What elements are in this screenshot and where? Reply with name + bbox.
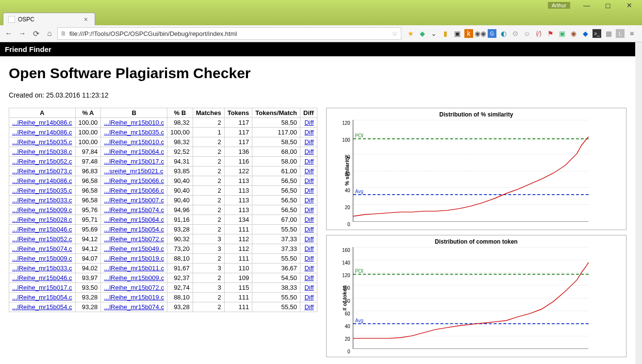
file-link[interactable]: ...lReihe_mr15b066.c	[104, 187, 164, 194]
file-link[interactable]: ...lReihe_mr15b010.c	[104, 138, 164, 146]
file-link[interactable]: ...lReihe_mr15b017.c	[12, 284, 72, 291]
diff-link[interactable]: Diff	[304, 148, 313, 155]
diff-link[interactable]: Diff	[304, 284, 313, 291]
diff-link[interactable]: Diff	[304, 187, 313, 194]
ext-icon[interactable]: ⚑	[546, 29, 555, 38]
diff-link[interactable]: Diff	[304, 226, 313, 233]
file-link[interactable]: ...lReihe_mr14b086.c	[12, 177, 72, 184]
file-link[interactable]: ...lReihe_mr15b007.c	[104, 197, 164, 204]
cell-matches: 2	[193, 166, 224, 176]
file-link[interactable]: ...lReihe_mr15b054.c	[12, 294, 72, 301]
file-link[interactable]: ...lReihe_mr15b066.c	[104, 177, 164, 184]
file-link[interactable]: ...lReihe_mr15b064.c	[104, 216, 164, 223]
ext-icon[interactable]: ◉	[569, 29, 578, 38]
ext-icon[interactable]: ▣	[558, 29, 566, 38]
diff-link[interactable]: Diff	[304, 245, 313, 252]
nav-forward-button[interactable]: →	[16, 28, 28, 39]
file-link[interactable]: ...lReihe_mr15b054.c	[12, 303, 72, 311]
file-link[interactable]: ...lReihe_mr15b046.c	[12, 274, 72, 281]
file-link[interactable]: ...lReihe_mr15b019.c	[104, 255, 164, 262]
file-link[interactable]: ...lReihe_mr15b011.c	[104, 265, 164, 272]
diff-link[interactable]: Diff	[304, 303, 313, 311]
diff-link[interactable]: Diff	[304, 158, 313, 165]
diff-link[interactable]: Diff	[304, 294, 313, 301]
file-link[interactable]: ...lReihe_mr15b019.c	[104, 294, 164, 301]
file-link[interactable]: ...lReihe_mr15b009.c	[12, 255, 72, 262]
file-link[interactable]: ...lReihe_mr15b072.c	[104, 284, 164, 291]
ext-icon[interactable]: k	[464, 29, 473, 38]
file-link[interactable]: ...lReihe_mr14b086.c	[12, 129, 72, 136]
nav-home-button[interactable]: ⌂	[44, 28, 55, 39]
ext-icon[interactable]: ⌄	[429, 29, 438, 38]
file-link[interactable]: ...lReihe_mr15b073.c	[12, 167, 72, 175]
file-link[interactable]: ...lReihe_mr15b033.c	[12, 197, 72, 204]
diff-link[interactable]: Diff	[304, 167, 313, 175]
file-link[interactable]: ...lReihe_mr15b074.c	[104, 206, 164, 214]
file-link[interactable]: ...lReihe_mr15b009.c	[12, 206, 72, 214]
nav-reload-button[interactable]: ⟳	[30, 28, 42, 39]
charts-column: Distribution of % similarity % similarit…	[326, 108, 626, 357]
file-link[interactable]: ...lReihe_mr15b049.c	[104, 245, 164, 252]
file-link[interactable]: ...lReihe_mr15b064.c	[104, 148, 164, 155]
cell-percent-a: 95,71	[75, 215, 101, 225]
ext-icon[interactable]: ◆	[581, 29, 590, 38]
ext-icon[interactable]: ▮	[441, 29, 450, 38]
file-link[interactable]: ...lReihe_mr15b009.c	[104, 274, 164, 281]
file-link[interactable]: ...lReihe_mr15b052.c	[12, 235, 72, 243]
url-bar[interactable]: 🗎 file:///P:/!Tools/OSPC/OSPCGui/bin/Deb…	[57, 27, 401, 40]
file-link[interactable]: ...lReihe_mr15b072.c	[104, 235, 164, 243]
file-link[interactable]: ...lReihe_mr14b086.c	[12, 119, 72, 126]
ext-icon[interactable]: ◆	[418, 29, 427, 38]
file-link[interactable]: ...lReihe_mr15b074.c	[12, 245, 72, 252]
file-link[interactable]: ...sreihe_mr15b021.c	[104, 167, 163, 175]
diff-link[interactable]: Diff	[304, 129, 313, 136]
file-link[interactable]: ...lReihe_mr15b054.c	[104, 226, 164, 233]
diff-link[interactable]: Diff	[304, 255, 313, 262]
bookmark-star-icon[interactable]: ☆	[392, 30, 398, 37]
diff-link[interactable]: Diff	[304, 265, 313, 272]
file-link[interactable]: ...lReihe_mr15b033.c	[12, 265, 72, 272]
diff-link[interactable]: Diff	[304, 216, 313, 223]
ext-icon[interactable]: ⟨∕⟩	[534, 29, 543, 38]
file-link[interactable]: ...lReihe_mr15b038.c	[12, 148, 72, 155]
tab-close-icon[interactable]: ×	[82, 16, 90, 23]
file-link[interactable]: ...lReihe_mr15b052.c	[12, 158, 72, 165]
ext-icon[interactable]: G	[488, 29, 496, 38]
diff-link[interactable]: Diff	[304, 197, 313, 204]
browser-tab[interactable]: OSPC ×	[3, 13, 95, 25]
cell-percent-a: 96,58	[75, 196, 101, 205]
ext-icon[interactable]: ◐	[499, 29, 508, 38]
diff-link[interactable]: Diff	[304, 119, 313, 126]
window-maximize-button[interactable]: ◻	[597, 0, 619, 10]
window-minimize-button[interactable]: —	[576, 0, 597, 10]
cell-diff: Diff	[300, 225, 317, 234]
ext-icon[interactable]: ☺	[523, 29, 531, 38]
diff-link[interactable]: Diff	[304, 177, 313, 184]
menu-icon[interactable]: ≡	[627, 29, 636, 38]
ext-icon[interactable]: ▣	[453, 29, 461, 38]
ext-icon[interactable]: ▦	[604, 29, 613, 38]
ext-icon[interactable]: L	[616, 29, 625, 38]
table-row: ...lReihe_mr14b086.c100,00...lReihe_mr15…	[9, 128, 317, 137]
file-link[interactable]: ...lReihe_mr15b046.c	[12, 226, 72, 233]
cell-file-a: ...lReihe_mr15b074.c	[9, 244, 76, 254]
diff-link[interactable]: Diff	[304, 235, 313, 243]
diff-link[interactable]: Diff	[304, 274, 313, 281]
file-link[interactable]: ...lReihe_mr15b028.c	[12, 216, 72, 223]
diff-link[interactable]: Diff	[304, 206, 313, 214]
file-link[interactable]: ...lReihe_mr15b035.c	[12, 187, 72, 194]
ext-icon[interactable]: ⊙	[511, 29, 520, 38]
cell-percent-b: 98,32	[167, 118, 193, 128]
file-link[interactable]: ...lReihe_mr15b010.c	[104, 119, 164, 126]
file-link[interactable]: ...lReihe_mr15b035.c	[104, 129, 164, 136]
ext-icon[interactable]: >_	[593, 29, 601, 38]
nav-back-button[interactable]: ←	[3, 28, 15, 39]
file-link[interactable]: ...lReihe_mr15b017.c	[104, 158, 164, 165]
diff-link[interactable]: Diff	[304, 138, 313, 146]
window-close-button[interactable]: ✕	[619, 0, 640, 10]
ext-icon[interactable]: ◉◉	[476, 29, 485, 38]
scrollbar-thumb[interactable]	[635, 42, 642, 110]
ext-icon[interactable]: ★	[406, 29, 415, 38]
file-link[interactable]: ...lReihe_mr15b074.c	[104, 303, 164, 311]
file-link[interactable]: ...lReihe_mr15b035.c	[12, 138, 72, 146]
